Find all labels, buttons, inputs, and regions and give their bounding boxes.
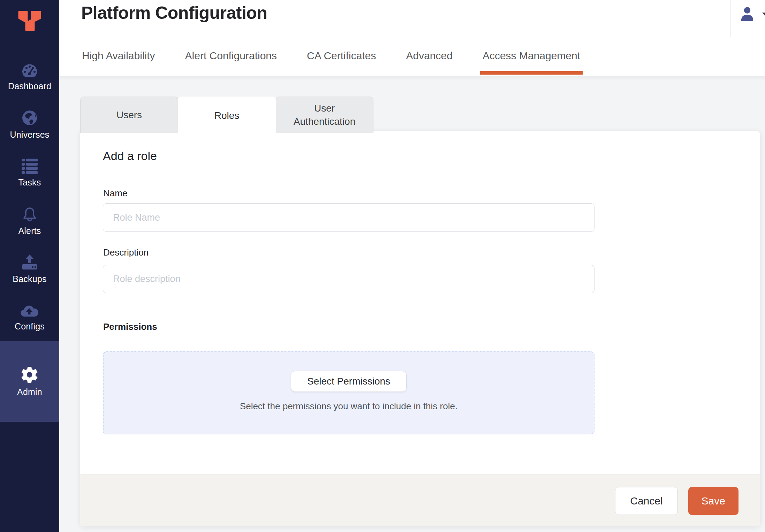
bell-icon [21, 206, 38, 222]
sidebar-item-universes[interactable]: Universes [0, 100, 59, 149]
user-icon [739, 17, 755, 23]
sidebar-filler [0, 422, 59, 532]
tab-high-availability[interactable]: High Availability [82, 50, 155, 76]
role-name-input[interactable] [103, 203, 594, 232]
save-button[interactable]: Save [688, 487, 739, 515]
sidebar-item-label: Tasks [18, 177, 41, 188]
upload-icon [21, 254, 38, 271]
sidebar-item-label: Dashboard [8, 81, 51, 91]
add-role-card: Add a role Name Description Permissions … [80, 131, 760, 526]
tab-advanced[interactable]: Advanced [406, 50, 452, 76]
sidebar-item-tasks[interactable]: Tasks [0, 149, 59, 197]
access-management-subtabs: Users Roles User Authentication [80, 97, 373, 135]
globe-icon [21, 109, 38, 126]
tab-access-management[interactable]: Access Management [483, 50, 580, 76]
name-label: Name [103, 188, 127, 199]
subtab-user-authentication[interactable]: User Authentication [275, 97, 373, 133]
subtab-roles[interactable]: Roles [178, 97, 276, 135]
permissions-dropzone: Select Permissions Select the permission… [103, 351, 594, 434]
form-footer: Cancel Save [80, 474, 760, 526]
app-root: Dashboard Universes [0, 0, 765, 532]
sidebar-item-label: Universes [10, 130, 50, 140]
config-tabs: High Availability Alert Configurations C… [82, 50, 580, 76]
sidebar-item-alerts[interactable]: Alerts [0, 197, 59, 245]
main-area: Platform Configuration High Availability… [59, 0, 765, 532]
sidebar-item-configs[interactable]: Configs [0, 293, 59, 341]
sidebar-item-admin[interactable]: Admin [0, 341, 59, 422]
role-description-input[interactable] [103, 265, 594, 293]
sidebar-item-label: Configs [15, 321, 45, 332]
sidebar: Dashboard Universes [0, 0, 59, 532]
chevron-down-icon [762, 13, 765, 17]
content-area: Users Roles User Authentication Add a ro… [59, 76, 765, 532]
add-role-form: Add a role Name Description Permissions … [80, 131, 760, 474]
select-permissions-button[interactable]: Select Permissions [291, 371, 407, 392]
permissions-helper-text: Select the permissions you want to inclu… [240, 401, 457, 412]
sidebar-item-dashboard[interactable]: Dashboard [0, 52, 59, 100]
cancel-button[interactable]: Cancel [615, 487, 677, 515]
description-label: Description [103, 247, 149, 258]
tab-alert-configurations[interactable]: Alert Configurations [185, 50, 277, 76]
account-menu-button[interactable] [739, 6, 765, 27]
sidebar-item-label: Alerts [18, 226, 41, 236]
sidebar-item-label: Admin [17, 387, 42, 397]
tab-ca-certificates[interactable]: CA Certificates [307, 50, 376, 76]
yugabyte-logo-icon [14, 5, 45, 33]
permissions-label: Permissions [103, 321, 157, 332]
cloud-upload-icon [20, 303, 39, 318]
header-divider [730, 0, 730, 37]
subtab-users[interactable]: Users [80, 97, 178, 133]
sidebar-item-label: Backups [13, 274, 46, 284]
page-header: Platform Configuration High Availability… [59, 0, 765, 76]
gear-icon [21, 366, 38, 383]
yugabyte-logo[interactable] [0, 0, 59, 52]
sidebar-item-backups[interactable]: Backups [0, 245, 59, 293]
task-list-icon [21, 158, 38, 174]
page-title: Platform Configuration [81, 3, 267, 23]
form-heading: Add a role [103, 149, 157, 163]
gauge-icon [21, 62, 38, 78]
